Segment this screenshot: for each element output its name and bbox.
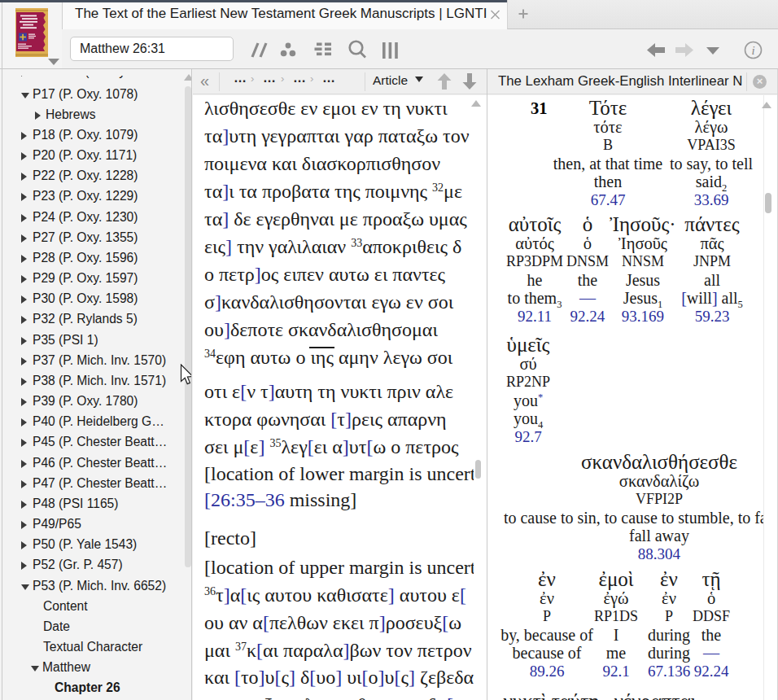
svg-text:i: i: [751, 44, 754, 57]
